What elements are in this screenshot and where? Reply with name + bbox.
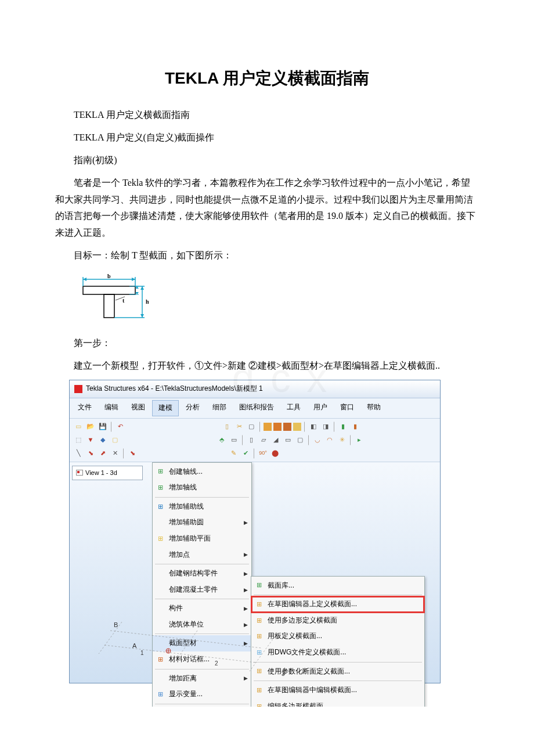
dim-b-label: b	[107, 273, 111, 279]
menu-item[interactable]: 工具	[281, 400, 306, 416]
paragraph: 第一步：	[55, 335, 479, 352]
menu-item-icon: ⊞	[255, 686, 263, 694]
tool-icon[interactable]: ▮	[350, 422, 360, 432]
section-submenu[interactable]: ⊞截面库...⊞在草图编辑器上定义横截面...⊞使用多边形定义横截面⊞用板定义横…	[251, 576, 425, 707]
tool-icon[interactable]	[264, 423, 272, 431]
menu-item[interactable]: 截面型材▶	[153, 635, 251, 651]
person-icon[interactable]: ⬤	[270, 448, 280, 459]
tool-icon[interactable]: ⬊	[85, 448, 96, 459]
tool-icon[interactable]: ▼	[85, 435, 96, 445]
tool-icon[interactable]: ⬚	[73, 435, 84, 445]
tool-icon[interactable]: ✕	[110, 448, 120, 459]
paragraph: 笔者是一个 Tekla 软件的学习者，本篇教程作为在工作之余学习软件过程中的一点…	[55, 175, 479, 242]
tool-icon[interactable]: ✔	[240, 448, 251, 459]
menu-item[interactable]: 帮助	[361, 400, 387, 416]
tool-icon[interactable]: ⬘	[217, 435, 227, 445]
tool-icon[interactable]: ▯	[246, 435, 257, 445]
menu-item[interactable]: 创建钢结构零件▶	[153, 566, 251, 582]
menu-item[interactable]: 构件▶	[153, 600, 251, 617]
menu-item[interactable]: ⊞使用参数化断面定义截面...	[251, 664, 424, 680]
tool-icon[interactable]: ◢	[270, 435, 281, 445]
menu-item[interactable]: 建模	[152, 400, 179, 416]
svg-rect-1	[104, 294, 114, 318]
tekla-screenshot: . d c x Tekla Structures x64 - E:\TeklaS…	[69, 380, 441, 683]
menu-item[interactable]: ⊞显示变量...	[153, 686, 251, 703]
view-label: View 1 - 3d	[85, 467, 117, 479]
menu-item[interactable]: ⊞在草图编辑器中编辑横截面...	[251, 682, 424, 699]
submenu-arrow-icon: ▶	[244, 518, 248, 527]
menu-item[interactable]: ⊞增加辅助平面	[153, 531, 251, 547]
menu-item[interactable]: ⊞在草图编辑器上定义横截面...	[251, 596, 424, 613]
tool-icon[interactable]: ✳	[337, 435, 347, 445]
cut-icon[interactable]: ✂	[234, 422, 244, 432]
menu-item[interactable]: ⊞截面库...	[251, 578, 424, 594]
menu-item[interactable]: 文件	[72, 400, 98, 416]
line-icon[interactable]: ╲	[73, 448, 84, 459]
menu-item[interactable]: 图纸和报告	[233, 400, 280, 416]
menu-item[interactable]: 分析	[180, 400, 205, 416]
tool-icon[interactable]: ▢	[295, 435, 305, 445]
menu-item[interactable]: 增加辅助圆▶	[153, 514, 251, 531]
menu-separator	[254, 681, 422, 681]
menu-item[interactable]: ⊞用板定义横截面...	[251, 628, 424, 645]
menu-item-label: 增加辅助线	[169, 502, 204, 510]
menu-item[interactable]: 编辑	[99, 400, 124, 416]
menu-item[interactable]: 视图	[125, 400, 151, 416]
tool-icon[interactable]: ▸	[354, 435, 365, 445]
menu-item[interactable]: ⊞增加轴线	[153, 480, 251, 496]
submenu-arrow-icon: ▶	[244, 585, 248, 594]
menu-item-icon: ⊞	[255, 703, 263, 707]
tool-icon[interactable]: ▱	[258, 435, 269, 445]
menu-separator	[155, 669, 249, 669]
tool-icon[interactable]: ◠	[324, 435, 335, 445]
menu-item-label: 在草图编辑器中编辑横截面...	[268, 686, 357, 694]
menu-item[interactable]: ⊞材料对话框...	[153, 651, 251, 668]
menu-separator	[155, 633, 249, 634]
menu-item-label: 在草图编辑器上定义横截面...	[268, 600, 357, 608]
tool-icon[interactable]: ▢	[246, 422, 257, 432]
tool-icon[interactable]	[293, 423, 301, 431]
open-icon[interactable]: 📂	[85, 422, 96, 432]
menubar[interactable]: 文件编辑视图建模分析细部图纸和报告工具用户窗口帮助	[70, 398, 440, 419]
menu-item[interactable]: 增加距离▶	[153, 671, 251, 687]
menu-item[interactable]: ⊞用DWG文件定义横截面...	[251, 645, 424, 661]
menu-item[interactable]: ⊞创建轴线...	[153, 464, 251, 480]
tool-icon[interactable]: ◧	[308, 422, 319, 432]
tool-icon[interactable]: ▭	[283, 435, 293, 445]
tool-icon[interactable]: ▢	[110, 435, 120, 445]
tool-icon[interactable]: ▯	[222, 422, 232, 432]
pencil-icon[interactable]: ✎	[228, 448, 239, 459]
menu-item[interactable]: 创建混凝土零件▶	[153, 582, 251, 598]
paragraph: TEKLA 用户定义(自定义)截面操作	[55, 129, 479, 146]
dim-h-label: h	[146, 298, 149, 305]
menu-item[interactable]: 浇筑体单位▶	[153, 617, 251, 633]
menu-item[interactable]: 细部	[207, 400, 232, 416]
menu-item[interactable]: 增加点▶	[153, 547, 251, 563]
tool-icon[interactable]: ⬈	[98, 448, 108, 459]
view-item[interactable]: View 1 - 3d	[72, 466, 143, 481]
tool-icon[interactable]: ▭	[229, 435, 239, 445]
modeling-dropdown[interactable]: ⊞创建轴线...⊞增加轴线⊞增加辅助线增加辅助圆▶⊞增加辅助平面增加点▶创建钢结…	[152, 462, 252, 707]
tool-icon[interactable]: ◆	[98, 435, 108, 445]
tool-icon[interactable]: ▮	[338, 422, 348, 432]
menu-item[interactable]: ⊞使用多边形定义横截面	[251, 613, 424, 629]
menu-item[interactable]: 用户	[308, 400, 333, 416]
menu-item[interactable]: ⊞编辑多边形横截面...	[251, 699, 424, 707]
tool-icon[interactable]: 90°	[258, 448, 268, 459]
menu-item[interactable]: 属性▶	[153, 705, 251, 707]
tool-icon[interactable]: ⬊	[127, 448, 138, 459]
tool-icon[interactable]	[273, 423, 282, 431]
menu-item-label: 增加距离	[169, 674, 197, 682]
menu-item-label: 使用参数化断面定义截面...	[268, 667, 350, 675]
menu-item-label: 截面库...	[268, 581, 294, 589]
tool-icon[interactable]: ◨	[320, 422, 331, 432]
tool-icon[interactable]: ◡	[312, 435, 323, 445]
save-icon[interactable]: 💾	[98, 422, 108, 432]
tool-icon[interactable]	[283, 423, 291, 431]
menu-item-label: 创建混凝土零件	[169, 585, 218, 593]
undo-icon[interactable]: ↶	[115, 422, 125, 432]
new-icon[interactable]: ▭	[73, 422, 84, 432]
menu-separator	[254, 595, 422, 595]
menu-item[interactable]: 窗口	[334, 400, 360, 416]
menu-item[interactable]: ⊞增加辅助线	[153, 499, 251, 515]
